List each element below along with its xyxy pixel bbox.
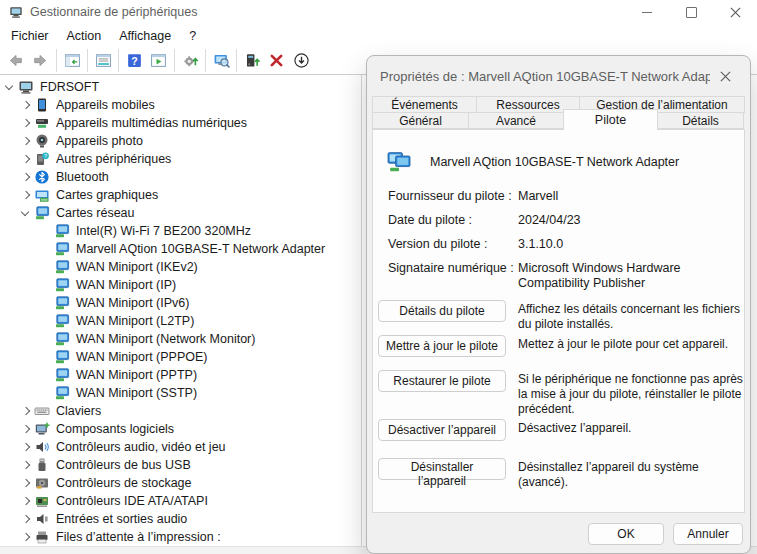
tab-strip: Événements Ressources Gestion de l’alime…: [372, 96, 745, 129]
action-description: Mettez à jour le pilote pour cet apparei…: [518, 335, 744, 352]
tab-details[interactable]: Détails: [657, 112, 744, 129]
scan-hardware-changes-icon[interactable]: [205, 49, 233, 72]
tree-item[interactable]: Composants logiciels: [0, 420, 361, 438]
tree-item[interactable]: WAN Miniport (SSTP): [0, 384, 361, 402]
chevron-icon[interactable]: [38, 223, 54, 239]
minimize-icon: [642, 12, 652, 13]
tree-item[interactable]: Appareils multimédias numériques: [0, 114, 361, 132]
chevron-icon[interactable]: [18, 205, 34, 221]
dialog-close-button[interactable]: [710, 61, 740, 91]
bluetooth-icon: [34, 169, 50, 185]
uninstall-device-icon[interactable]: [264, 49, 289, 72]
chevron-icon[interactable]: [18, 133, 34, 149]
chevron-icon[interactable]: [18, 169, 34, 185]
tree-item[interactable]: WAN Miniport (PPPOE): [0, 348, 361, 366]
menu-item[interactable]: Fichier: [2, 26, 58, 46]
computer-icon: [18, 79, 34, 95]
chevron-icon[interactable]: [38, 349, 54, 365]
menu-item[interactable]: ?: [180, 26, 205, 46]
tree-item[interactable]: WAN Miniport (IP): [0, 276, 361, 294]
update-driver-button[interactable]: Mettre à jour le pilote: [378, 335, 506, 357]
add-drivers-icon[interactable]: [236, 49, 264, 72]
chevron-icon[interactable]: [18, 457, 34, 473]
chevron-icon[interactable]: [18, 97, 34, 113]
uninstall-device-button[interactable]: Désinstaller l’appareil: [378, 458, 506, 480]
update-driver-icon[interactable]: [174, 49, 202, 72]
chevron-icon[interactable]: [2, 79, 18, 95]
storage-controller-icon: [34, 475, 50, 491]
tree-item[interactable]: Cartes réseau: [0, 204, 361, 222]
ok-button[interactable]: OK: [588, 523, 664, 545]
tree-item[interactable]: Marvell AQtion 10GBASE-T Network Adapter: [0, 240, 361, 258]
chevron-icon[interactable]: [18, 511, 34, 527]
menu-item[interactable]: Affichage: [110, 26, 180, 46]
roll-back-driver-button[interactable]: Restaurer le pilote: [378, 370, 506, 392]
close-button[interactable]: [713, 0, 757, 24]
chevron-icon[interactable]: [18, 151, 34, 167]
tree-item-label: Contrôleurs audio, vidéo et jeu: [56, 440, 226, 454]
chevron-icon[interactable]: [18, 493, 34, 509]
maximize-button[interactable]: [669, 0, 713, 24]
chevron-icon[interactable]: [38, 241, 54, 257]
chevron-icon[interactable]: [18, 529, 34, 545]
software-component-icon: [34, 421, 50, 437]
driver-field: Fournisseur du pilote : Marvell: [388, 189, 744, 204]
tree-item[interactable]: WAN Miniport (Network Monitor): [0, 330, 361, 348]
network-adapter-icon: [54, 313, 70, 329]
tree-item[interactable]: Contrôleurs de bus USB: [0, 456, 361, 474]
show-hide-console-tree-icon[interactable]: [56, 49, 84, 72]
chevron-icon[interactable]: [38, 367, 54, 383]
tree-item[interactable]: Entrées et sorties audio: [0, 510, 361, 528]
tree-item[interactable]: Autres périphériques: [0, 150, 361, 168]
minimize-button[interactable]: [625, 0, 669, 24]
tree-item[interactable]: Cartes graphiques: [0, 186, 361, 204]
tree-item[interactable]: WAN Miniport (IPv6): [0, 294, 361, 312]
network-adapter-icon: [54, 277, 70, 293]
driver-actions: Détails du pilote Affichez les détails c…: [378, 300, 744, 490]
tree-item[interactable]: Contrôleurs IDE ATA/ATAPI: [0, 492, 361, 510]
tree-item[interactable]: Contrôleurs audio, vidéo et jeu: [0, 438, 361, 456]
tree-item[interactable]: Intel(R) Wi-Fi 7 BE200 320MHz: [0, 222, 361, 240]
chevron-icon[interactable]: [38, 295, 54, 311]
tree-item[interactable]: WAN Miniport (PPTP): [0, 366, 361, 384]
action-pane-icon[interactable]: [146, 49, 171, 72]
tree-item[interactable]: Bluetooth: [0, 168, 361, 186]
back-icon[interactable]: [3, 49, 28, 72]
forward-icon[interactable]: [28, 49, 53, 72]
tree-item[interactable]: Contrôleurs de stockage: [0, 474, 361, 492]
cancel-button[interactable]: Annuler: [673, 523, 743, 545]
properties-icon[interactable]: [87, 49, 115, 72]
chevron-icon[interactable]: [18, 439, 34, 455]
chevron-icon[interactable]: [38, 277, 54, 293]
unknown-device-icon: [34, 151, 50, 167]
chevron-icon[interactable]: [38, 331, 54, 347]
chevron-icon[interactable]: [18, 475, 34, 491]
tree-item[interactable]: Appareils photo: [0, 132, 361, 150]
tab-general[interactable]: Général: [372, 112, 469, 129]
tab-avance[interactable]: Avancé: [468, 112, 564, 129]
tree-item[interactable]: WAN Miniport (IKEv2): [0, 258, 361, 276]
chevron-icon[interactable]: [38, 313, 54, 329]
field-value: 2024/04/23: [518, 213, 744, 228]
mobile-device-icon: [34, 97, 50, 113]
menu-item[interactable]: Action: [58, 26, 111, 46]
disable-device-icon[interactable]: [289, 49, 314, 72]
chevron-icon[interactable]: [38, 385, 54, 401]
help-icon[interactable]: [118, 49, 146, 72]
chevron-icon[interactable]: [18, 115, 34, 131]
tree-item[interactable]: Appareils mobiles: [0, 96, 361, 114]
driver-field: Version du pilote : 3.1.10.0: [388, 237, 744, 252]
chevron-icon[interactable]: [38, 259, 54, 275]
tree-item[interactable]: WAN Miniport (L2TP): [0, 312, 361, 330]
chevron-icon[interactable]: [18, 187, 34, 203]
chevron-icon[interactable]: [18, 421, 34, 437]
network-adapter-icon: [34, 205, 50, 221]
driver-details-button[interactable]: Détails du pilote: [378, 300, 506, 322]
tab-pilote[interactable]: Pilote: [563, 109, 658, 130]
tab-evenements[interactable]: Événements: [372, 96, 477, 113]
tree-item[interactable]: Claviers: [0, 402, 361, 420]
tree-item[interactable]: FDRSOFT: [0, 78, 361, 96]
tree-item[interactable]: Files d’attente à l’impression :: [0, 528, 361, 546]
disable-device-button[interactable]: Désactiver l’appareil: [378, 419, 506, 441]
chevron-icon[interactable]: [18, 403, 34, 419]
